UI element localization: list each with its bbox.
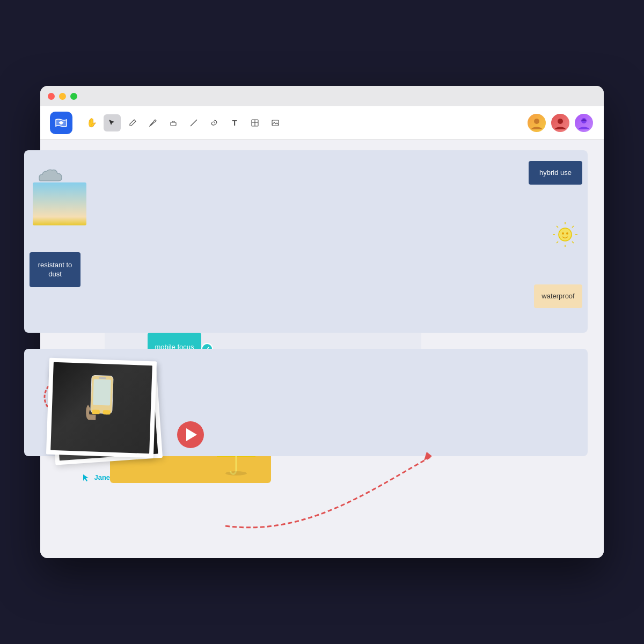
hybrid-use-sticky[interactable]: hybrid use xyxy=(529,161,582,185)
sky-photo xyxy=(33,182,86,225)
svg-line-2 xyxy=(191,120,197,126)
hand-tool[interactable]: ✋ xyxy=(83,114,100,131)
play-icon xyxy=(186,428,197,441)
svg-rect-46 xyxy=(103,410,111,414)
svg-rect-45 xyxy=(92,409,100,414)
svg-point-48 xyxy=(225,471,247,475)
svg-rect-42 xyxy=(99,377,106,379)
jane-label: Jane xyxy=(94,473,110,481)
pen-tool[interactable] xyxy=(144,114,162,131)
svg-rect-41 xyxy=(93,379,111,405)
svg-line-62 xyxy=(557,241,558,243)
waterproof-sticky[interactable]: waterproof xyxy=(534,284,582,308)
close-button[interactable] xyxy=(48,93,55,100)
minimize-button[interactable] xyxy=(59,93,66,100)
maximize-button[interactable] xyxy=(70,93,77,100)
select-tool[interactable] xyxy=(104,114,121,131)
image-tool[interactable] xyxy=(267,114,284,131)
svg-point-53 xyxy=(562,232,564,235)
sun-sketch xyxy=(551,220,580,252)
resistant-sticky[interactable]: resistant to dust xyxy=(30,252,80,287)
svg-point-52 xyxy=(559,228,572,241)
svg-line-60 xyxy=(572,241,574,243)
eraser-tool[interactable] xyxy=(165,114,182,131)
svg-point-54 xyxy=(566,232,568,235)
avatar-user1[interactable] xyxy=(526,113,547,133)
svg-rect-1 xyxy=(171,122,176,126)
toolbar: ✋ T xyxy=(40,106,604,140)
svg-line-61 xyxy=(572,226,574,228)
svg-point-7 xyxy=(534,119,539,124)
avatar-user2[interactable] xyxy=(550,113,570,133)
browser-titlebar xyxy=(40,86,604,106)
canvas-area[interactable]: VISUAL COLLABORATION xyxy=(40,140,604,558)
text-tool[interactable]: T xyxy=(226,114,243,131)
svg-rect-6 xyxy=(272,120,279,126)
right-panel-upper: hybrid use resistant to dust waterproof xyxy=(24,150,588,333)
line-tool[interactable] xyxy=(185,114,202,131)
user-avatars xyxy=(526,113,594,133)
avatar-user3[interactable] xyxy=(574,113,594,133)
cursor-arrow-jane xyxy=(82,473,90,482)
lasso-tool[interactable] xyxy=(206,114,223,131)
play-button[interactable] xyxy=(177,421,204,448)
app-logo[interactable] xyxy=(50,112,72,134)
photo-card-front xyxy=(46,358,157,458)
table-tool[interactable] xyxy=(246,114,264,131)
browser-window: ✋ T xyxy=(40,86,604,558)
jane-cursor-area: Jane xyxy=(82,473,108,484)
svg-line-59 xyxy=(557,226,558,228)
pencil-tool[interactable] xyxy=(124,114,141,131)
svg-point-8 xyxy=(558,119,563,124)
